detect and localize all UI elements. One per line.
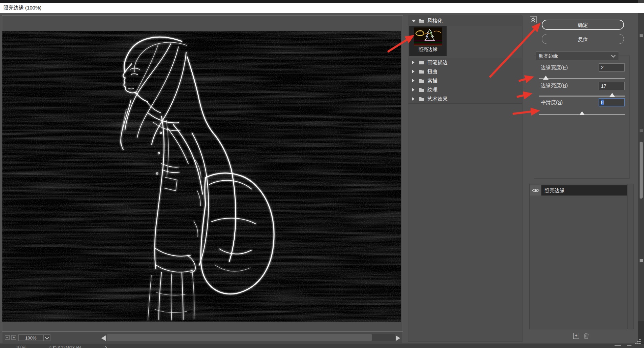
filter-item-label: 照亮边缘: [409, 46, 447, 53]
filter-category-panel: 风格化 照亮边缘 画笔描边: [408, 16, 522, 342]
panel-menu-icon: [640, 129, 643, 131]
folder-icon: [418, 69, 425, 74]
edge-brightness-label: 边缘亮度(B): [541, 82, 595, 89]
category-label: 艺术效果: [427, 94, 448, 104]
effect-list-scroll-divider: [627, 184, 628, 329]
panel-menu-icon: [640, 259, 643, 262]
chevron-down-icon: [45, 335, 49, 340]
divider: [43, 335, 44, 341]
category-label: 纹理: [427, 85, 437, 95]
smoothness-label: 平滑度(S): [541, 99, 595, 106]
status-more-arrow[interactable]: >: [105, 345, 107, 348]
zoom-out-button[interactable]: −: [5, 335, 9, 340]
category-sketch[interactable]: 素描: [408, 76, 522, 85]
category-label: 素描: [427, 76, 437, 85]
preview-controls: − + 100%: [2, 331, 403, 343]
status-dash: [615, 345, 621, 346]
window-top-bar: [0, 0, 644, 3]
filter-select-value: 照亮边缘: [539, 53, 558, 59]
zoom-level-select[interactable]: 100%: [18, 334, 50, 341]
edge-width-input[interactable]: 2: [599, 63, 625, 71]
collapse-panel-button[interactable]: [530, 16, 537, 23]
category-distort[interactable]: 扭曲: [408, 67, 522, 76]
preview-panel: − + 100%: [2, 15, 403, 343]
effect-layers-box: 照亮边缘: [529, 184, 634, 329]
folder-open-icon: [418, 18, 425, 23]
slider-thumb[interactable]: [609, 93, 615, 97]
category-label: 扭曲: [427, 67, 437, 76]
status-bar: 100% 文档:3.12M/13.5M >: [0, 344, 644, 348]
delete-effect-layer-trash-icon[interactable]: [583, 332, 589, 339]
edge-brightness-slider[interactable]: [539, 94, 625, 98]
reset-button[interactable]: 复位: [542, 34, 624, 44]
filter-item-glowing-edges[interactable]: 照亮边缘: [409, 26, 447, 56]
scroll-right-icon[interactable]: [396, 335, 400, 341]
zoom-in-button[interactable]: +: [12, 335, 16, 340]
category-label: 风格化: [427, 16, 443, 25]
edge-width-slider[interactable]: [539, 76, 625, 81]
resize-grip[interactable]: [635, 339, 643, 344]
folder-icon: [418, 60, 425, 65]
category-stylize[interactable]: 风格化: [408, 16, 522, 25]
slider-track[interactable]: [539, 78, 625, 79]
folder-icon: [418, 87, 425, 92]
smoothness-slider[interactable]: [539, 112, 625, 117]
effect-layer-row[interactable]: 照亮边缘: [530, 185, 627, 196]
triangle-expanded-icon[interactable]: [412, 20, 416, 22]
preview-image[interactable]: [2, 31, 401, 322]
panel-menu-icon: [640, 34, 643, 37]
category-artistic[interactable]: 艺术效果: [408, 94, 522, 104]
triangle-collapsed-icon[interactable]: [412, 69, 414, 74]
background-panel-strip: [638, 0, 644, 348]
zoom-level-value: 100%: [19, 335, 43, 341]
background-scrollbar: [640, 142, 643, 199]
eye-icon: [532, 188, 540, 193]
status-doc-size: 文档:3.12M/13.5M: [48, 345, 81, 348]
status-dash: [627, 345, 631, 346]
visibility-toggle[interactable]: [530, 185, 541, 196]
slider-thumb[interactable]: [579, 111, 585, 115]
category-label: 画笔描边: [427, 58, 448, 67]
double-chevron-up-icon: [530, 17, 536, 23]
horizontal-scrollbar-thumb[interactable]: [107, 334, 372, 341]
effect-layer-name: 照亮边缘: [541, 185, 627, 196]
smoothness-input[interactable]: 8: [599, 98, 625, 106]
filter-settings-panel: 确定 复位 照亮边缘 边缘宽度(E) 2 边缘亮度(B) 17 平滑度(S) 8: [529, 15, 638, 344]
edge-width-label: 边缘宽度(E): [541, 64, 595, 71]
scroll-left-icon[interactable]: [101, 335, 106, 341]
folder-icon: [418, 78, 425, 83]
folder-icon: [418, 97, 425, 101]
parameter-group-box: [534, 56, 630, 179]
chevron-down-icon: [611, 53, 616, 58]
category-brush-strokes[interactable]: 画笔描边: [408, 58, 522, 67]
triangle-collapsed-icon[interactable]: [412, 88, 414, 92]
ok-button[interactable]: 确定: [542, 20, 624, 30]
new-effect-layer-button[interactable]: +: [573, 333, 579, 339]
glowing-edges-thumbnail: [414, 27, 442, 45]
status-zoom: 100%: [16, 345, 26, 348]
filter-select-dropdown[interactable]: 照亮边缘: [536, 52, 619, 60]
triangle-collapsed-icon[interactable]: [412, 60, 414, 64]
edge-brightness-input[interactable]: 17: [599, 82, 625, 90]
triangle-collapsed-icon[interactable]: [412, 79, 414, 83]
horizontal-scrollbar[interactable]: [107, 334, 395, 341]
category-texture[interactable]: 纹理: [408, 85, 522, 95]
background-title-sliver: [638, 3, 644, 13]
dialog-title: 照亮边缘 (100%): [0, 3, 644, 13]
slider-thumb[interactable]: [543, 76, 549, 80]
triangle-collapsed-icon[interactable]: [412, 97, 414, 101]
